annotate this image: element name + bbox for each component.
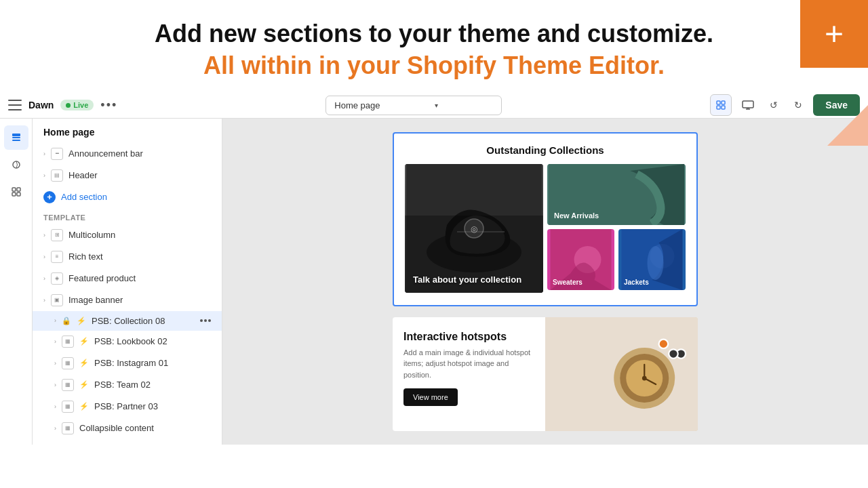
collection-08-options[interactable] [200,319,211,322]
grid-view-button[interactable] [710,94,732,116]
add-section-label: Add section [61,192,107,202]
hotspot-desc: Add a main image & individual hotspot it… [403,347,534,381]
collection-bottom-row: Sweaters Jackets [547,229,686,290]
page-select-dropdown[interactable]: Home page ▾ [326,96,502,115]
svg-rect-4 [743,101,753,108]
svg-point-10 [13,161,20,168]
jackets-label: Jackets [624,279,649,286]
svg-rect-9 [12,140,20,141]
chevron-right-icon: › [54,382,56,388]
paint-icon [11,159,22,170]
top-banner: Add new sections to your theme and custo… [0,0,868,92]
svg-point-16 [427,232,521,272]
paint-icon-button[interactable] [4,152,28,177]
sidebar-item-lookbook[interactable]: › ▦ ⚡ PSB: Lookbook 02 [33,331,222,352]
image-banner-label: Image banner [68,295,123,305]
icon-bar [0,119,33,445]
lookbook-icon: ▦ [62,336,74,348]
undo-button[interactable]: ↺ [764,96,783,115]
svg-rect-0 [717,101,720,104]
sidebar-item-header[interactable]: › ▤ Header [33,165,222,186]
sidebar-item-instagram[interactable]: › ▦ ⚡ PSB: Instagram 01 [33,352,222,374]
sidebar-item-image-banner[interactable]: › ▣ Image banner [33,289,222,311]
sidebar-item-rich-text[interactable]: › ≡ Rich text [33,246,222,268]
rich-text-icon: ≡ [51,251,63,263]
sidebar-item-announcement-bar[interactable]: › ━ Announcement bar [33,143,222,165]
svg-rect-3 [722,106,725,109]
multicolumn-label: Multicolumn [68,230,115,240]
team-label: PSB: Team 02 [94,380,151,390]
svg-rect-1 [722,101,725,104]
monitor-button[interactable] [737,94,759,116]
announcement-bar-icon: ━ [51,148,63,160]
shoes-illustration: ◎ [405,164,543,293]
svg-rect-13 [12,192,16,196]
chevron-right-icon: › [54,425,56,432]
add-plus-button[interactable]: + [800,0,868,68]
layers-icon-button[interactable] [4,125,28,150]
sidebar-item-featured-product[interactable]: › ◈ Featured product [33,268,222,289]
chevron-right-icon: › [43,172,45,179]
chevron-right-icon: › [54,403,56,410]
collection-08-label: PSB: Collection 08 [92,316,165,326]
sidebar-item-collapsible[interactable]: › ▦ Collapsible content [33,418,222,439]
chevron-right-icon: › [54,360,56,367]
collection-main-img-bg: ◎ [405,164,543,293]
add-section-button[interactable]: + Add section [33,186,222,208]
lightning-icon: ⚡ [79,402,89,411]
save-button[interactable]: Save [813,94,860,116]
chevron-right-icon: › [43,297,45,304]
collection-right-col: New Arrivals Sweaters [547,164,686,290]
more-options-button[interactable]: ••• [100,98,117,113]
chevron-right-icon: › [43,150,45,157]
collection-new-arrivals[interactable]: New Arrivals [547,164,686,225]
apps-icon-button[interactable] [4,180,28,204]
header-icon: ▤ [51,169,63,182]
layers-icon [11,132,22,143]
redo-button[interactable]: ↻ [789,96,808,115]
sweaters-label: Sweaters [553,279,583,286]
editor-area: Dawn Live ••• Home page ▾ [0,92,868,445]
collapsible-icon: ▦ [62,422,74,434]
main-title: Add new sections to your theme and custo… [14,19,854,48]
svg-point-31 [642,375,647,380]
instagram-label: PSB: Instagram 01 [94,358,168,368]
sidebar-item-multicolumn[interactable]: › ⊞ Multicolumn [33,224,222,246]
featured-product-label: Featured product [68,273,136,283]
svg-text:◎: ◎ [471,224,477,234]
sidebar-item-partner[interactable]: › ▦ ⚡ PSB: Partner 03 [33,396,222,418]
svg-rect-8 [12,137,20,138]
collection-sweaters[interactable]: Sweaters [547,229,614,290]
hotspot-title: Interactive hotspots [403,331,534,343]
svg-rect-7 [12,134,20,136]
svg-point-24 [648,246,664,280]
lightning-icon: ⚡ [79,380,89,389]
view-more-button[interactable]: View more [403,388,458,406]
topbar-right: ↺ ↻ Save [710,94,860,116]
team-icon: ▦ [62,379,74,391]
lock-icon: 🔒 [62,317,71,325]
collection-card[interactable]: Outstanding Collections [393,132,698,306]
new-arrivals-label: New Arrivals [554,211,599,220]
chevron-right-icon: › [43,275,45,282]
grid-icon [716,100,726,110]
sidebar-item-collection-08[interactable]: › 🔒 ⚡ PSB: Collection 08 [33,311,222,331]
sidebar-toggle-icon[interactable] [8,100,22,110]
featured-product-icon: ◈ [51,272,63,285]
collection-jackets[interactable]: Jackets [618,229,686,290]
sidebar: Home page › ━ Announcement bar › ▤ Heade… [33,119,222,445]
preview-area: Outstanding Collections [222,119,868,445]
svg-rect-11 [12,188,16,191]
collection-grid: ◎ Talk about your collection [405,164,686,294]
hotspot-right [545,317,698,432]
svg-rect-2 [717,106,720,109]
lightning-icon: ⚡ [79,337,89,346]
svg-rect-14 [17,192,20,196]
topbar-left: Dawn Live ••• [8,98,117,113]
sidebar-item-team[interactable]: › ▦ ⚡ PSB: Team 02 [33,374,222,396]
monitor-icon [742,100,754,110]
header-label: Header [68,170,98,180]
editor-body: Home page › ━ Announcement bar › ▤ Heade… [0,119,868,445]
collection-main-image[interactable]: ◎ Talk about your collection [405,164,543,293]
topbar: Dawn Live ••• Home page ▾ [0,92,868,118]
